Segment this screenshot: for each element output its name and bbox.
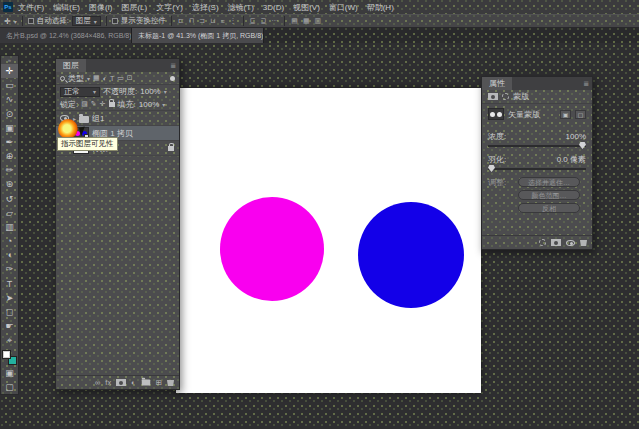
crop-tool[interactable]: ▣ <box>1 121 18 135</box>
menu-help[interactable]: 帮助(H) <box>363 2 398 13</box>
invert-button[interactable]: 反相 <box>518 203 580 213</box>
add-pixel-mask-button[interactable]: ▣ <box>560 110 571 119</box>
menu-edit[interactable]: 编辑(E) <box>49 2 84 13</box>
fill-value[interactable]: 100% <box>139 100 159 109</box>
distribute-top-icon[interactable]: ⊑ <box>249 17 257 25</box>
distribute-center-icon[interactable]: ▦ <box>302 17 311 25</box>
tab-layers[interactable]: 图层 <box>56 59 86 72</box>
panel-menu-icon[interactable]: ≣ <box>583 80 589 88</box>
vector-mask-icon[interactable] <box>502 93 509 100</box>
auto-select-checkbox[interactable] <box>28 18 34 24</box>
distribute-left-icon[interactable]: ▤ <box>290 17 299 25</box>
delete-mask-icon[interactable] <box>580 239 587 246</box>
lasso-tool[interactable]: ∿ <box>1 92 18 106</box>
history-brush-tool[interactable]: ↺ <box>1 192 18 206</box>
marquee-tool[interactable]: ▭ <box>1 78 18 92</box>
clone-stamp-tool[interactable]: ⊛ <box>1 177 18 191</box>
document-canvas[interactable] <box>176 88 481 393</box>
hand-tool[interactable]: ☛ <box>1 319 18 333</box>
apply-mask-icon[interactable] <box>551 239 561 246</box>
menu-layer[interactable]: 图层(L) <box>117 2 151 13</box>
chevron-down-icon[interactable]: ▾ <box>164 88 167 95</box>
filter-pixel-icon[interactable]: ▦ <box>93 74 100 82</box>
link-layers-icon[interactable]: ∞ <box>95 378 100 387</box>
move-tool[interactable]: ✛ <box>1 64 18 78</box>
path-select-tool[interactable]: ➤ <box>1 291 18 305</box>
zoom-tool[interactable]: ⌖ <box>1 333 18 347</box>
lock-position-icon[interactable]: ✛ <box>100 100 106 108</box>
lock-all-icon[interactable] <box>109 102 115 107</box>
feather-slider-knob[interactable] <box>488 165 495 172</box>
type-tool[interactable]: T <box>1 277 18 291</box>
new-layer-icon[interactable]: ⊞ <box>156 378 162 387</box>
gradient-tool[interactable]: ▥ <box>1 220 18 234</box>
document-tab-1[interactable]: 名片B.psd @ 12.4% (3684×486, RGB/8) * × <box>0 28 132 43</box>
filter-type-icon[interactable]: T <box>110 75 114 82</box>
filter-adjustment-icon[interactable]: ◐ <box>103 75 107 82</box>
auto-select-dropdown[interactable]: 图层 ▾ <box>72 16 101 26</box>
distribute-right-icon[interactable]: ▥ <box>314 17 323 25</box>
density-value[interactable]: 100% <box>566 132 586 141</box>
menu-3d[interactable]: 3D(D) <box>259 3 288 12</box>
filter-shape-icon[interactable]: ▭ <box>117 74 124 82</box>
add-vector-mask-button[interactable]: ▢ <box>575 110 586 119</box>
add-mask-icon[interactable] <box>116 379 126 386</box>
pixel-mask-icon[interactable] <box>488 93 498 100</box>
filter-smart-object-icon[interactable]: ⊡ <box>127 74 133 82</box>
quick-select-tool[interactable]: ⊙ <box>1 107 18 121</box>
align-bottom-icon[interactable]: ⋮ <box>229 17 238 25</box>
dodge-tool[interactable]: ◖ <box>1 248 18 262</box>
load-selection-from-mask-icon[interactable] <box>539 239 546 246</box>
align-right-icon[interactable]: ⊐ <box>198 17 206 25</box>
distribute-bottom-icon[interactable]: ⋯ <box>270 17 279 25</box>
screen-mode-button[interactable]: ▢ <box>1 380 18 394</box>
menu-select[interactable]: 选择(S) <box>188 2 223 13</box>
tab-properties[interactable]: 属性 <box>482 77 512 90</box>
opacity-value[interactable]: 100% <box>140 87 160 96</box>
panel-menu-icon[interactable]: ≣ <box>170 62 176 70</box>
blend-mode-dropdown[interactable]: 正常 ▾ <box>60 87 100 97</box>
mask-thumbnail[interactable] <box>488 108 504 120</box>
foreground-color-swatch[interactable] <box>2 350 11 359</box>
adjustment-layer-icon[interactable]: ◐ <box>131 378 136 387</box>
lock-pixels-icon[interactable]: ✎ <box>91 100 97 108</box>
menu-type[interactable]: 文字(Y) <box>152 2 187 13</box>
align-middle-icon[interactable]: ≡ <box>220 18 226 25</box>
density-slider-knob[interactable] <box>579 142 586 149</box>
new-group-icon[interactable] <box>141 380 150 386</box>
chevron-down-icon[interactable]: ▾ <box>162 101 165 108</box>
chevron-down-icon[interactable]: ▾ <box>87 75 90 82</box>
select-and-mask-button[interactable]: 选择并遮住… <box>518 177 580 187</box>
healing-brush-tool[interactable]: ⊕ <box>1 149 18 163</box>
color-range-button[interactable]: 颜色范围… <box>518 190 580 200</box>
menu-file[interactable]: 文件(F) <box>14 2 48 13</box>
color-swatches[interactable] <box>1 349 18 365</box>
filter-toggle[interactable] <box>170 76 175 81</box>
density-slider[interactable] <box>488 145 586 147</box>
distribute-middle-icon[interactable]: ⊒ <box>259 17 267 25</box>
align-center-h-icon[interactable]: ⊓ <box>188 17 195 25</box>
document-tab-2[interactable]: 未标题-1 @ 41.3% (椭圆 1 拷贝, RGB/8) * × <box>132 28 264 43</box>
tool-preset-caret-icon[interactable]: ▾ <box>14 18 17 25</box>
menu-view[interactable]: 视图(V) <box>289 2 324 13</box>
layer-style-fx-icon[interactable]: fx <box>105 378 111 387</box>
shape-tool[interactable]: ◻ <box>1 305 18 319</box>
pen-tool[interactable]: ✑ <box>1 262 18 276</box>
lock-transparency-icon[interactable]: ▨ <box>81 100 88 108</box>
menu-filter[interactable]: 滤镜(T) <box>224 2 258 13</box>
eyedropper-tool[interactable]: ✒ <box>1 135 18 149</box>
quick-mask-button[interactable]: ▣ <box>1 366 18 380</box>
brush-tool[interactable]: ✏ <box>1 163 18 177</box>
show-transform-checkbox[interactable] <box>112 18 118 24</box>
menu-image[interactable]: 图像(I) <box>85 2 117 13</box>
delete-layer-icon[interactable] <box>167 379 174 386</box>
disable-mask-eye-icon[interactable] <box>566 240 575 246</box>
menu-window[interactable]: 窗口(W) <box>325 2 362 13</box>
align-left-icon[interactable]: ⊏ <box>177 17 185 25</box>
eraser-tool[interactable]: ▱ <box>1 206 18 220</box>
feather-slider[interactable] <box>488 168 586 170</box>
collapse-panel-icon[interactable]: » <box>8 56 11 64</box>
align-top-icon[interactable]: ⊔ <box>209 17 216 25</box>
feather-value[interactable]: 0.0 像素 <box>557 154 586 165</box>
blur-tool[interactable]: ◔ <box>1 234 18 248</box>
